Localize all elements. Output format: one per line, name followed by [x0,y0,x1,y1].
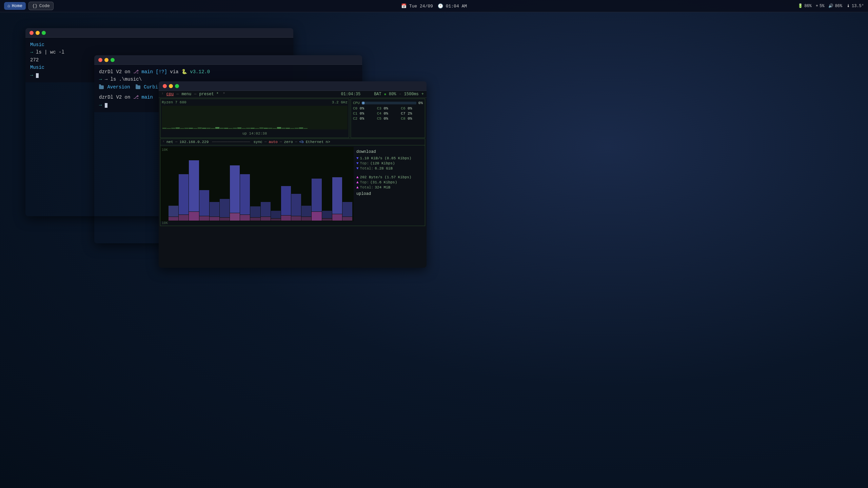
btop-plus: + [421,92,424,97]
btop-bat-pct: 80% [389,92,396,97]
btop-minimize-dot[interactable] [169,84,173,88]
btop-net-ip: 192.168.0.229 [179,140,209,144]
close-dot[interactable] [29,31,34,35]
music-terminal-titlebar [25,28,293,38]
dzrdl-cursor [105,103,107,108]
temp-icon: 🌡 [846,3,850,8]
core-c2-pct: 0% [360,117,364,121]
net-dl-18 [342,202,352,217]
cpu-bar-5 [180,128,184,129]
cpu-bar-6 [184,128,189,129]
net-col-10 [261,147,271,221]
calendar-icon: 📅 [401,4,407,9]
home-icon: ⌂ [7,3,10,8]
cpu-bar-7 [189,128,193,129]
dzrdl-maximize-dot[interactable] [111,58,115,62]
btop-bat-label: BAT [374,92,381,97]
btop-preset[interactable]: preset * [199,92,219,97]
minimize-dot[interactable] [36,31,40,35]
btop-header: ¹ cpu ─ menu ─ preset * * 01:04:35 BAT ■… [159,91,427,98]
btop-ul-speed: 202 Byte/s (1.57 Kibps) [360,175,412,179]
btop-net-graph-container: 10K [160,147,354,226]
net-ul-10 [261,217,271,221]
btop-dl-top: (120 Kibps) [370,161,395,165]
battery-pct: 86% [804,4,812,8]
net-col-17 [332,147,342,221]
net-dl-17 [332,177,342,214]
btop-ul-total-arrow: ▲ [356,185,359,189]
net-ul-15 [312,212,321,221]
core-c7-pct: 2% [408,111,412,116]
net-ul-12 [281,216,291,221]
brightness-display: ☀ 5% [816,3,825,8]
dzrdl-git-icon2: ⎇ [133,95,141,100]
cpu-bar-31 [295,128,299,129]
net-dl-2 [179,174,189,215]
net-dl-11 [271,211,281,218]
net-ul-14 [301,217,311,221]
btop-dl-total-row: ▼ Total: 6.28 GiB [356,166,422,170]
btop-ul-top-row: ▲ Top: (31.6 Kibps) [356,180,422,184]
dzrdl-text1: dzrDl V2 on [99,69,133,75]
cpu-bar-4 [176,127,180,129]
music-dir-text2: Music [30,65,44,70]
music-output1: 272 [30,57,39,63]
net-dl-14 [301,206,311,217]
music-prompt2: → [30,73,33,78]
btop-net-sep5: ─ [295,140,297,144]
dzrdl-close-dot[interactable] [98,58,102,62]
folder-label-1: Aversion [107,84,130,90]
btop-net-sep1: ─ [175,140,178,144]
btop-net-spacer [356,171,422,174]
maximize-dot[interactable] [42,31,46,35]
net-col-18 [342,147,352,221]
btop-sep3: * [223,92,225,97]
btop-cpu-bar [362,102,416,104]
net-col-15 [312,147,321,221]
btop-net-tab[interactable]: net [166,140,173,144]
btop-cores-grid: C0 0% C3 0% C6 0% C1 0% C4 0% C7 2% C2 0… [353,106,423,121]
net-ul-17 [332,214,342,221]
dzrdl-minimize-dot[interactable] [104,58,108,62]
btop-dl-total: 6.28 GiB [375,166,393,170]
code-label: Code [39,3,50,8]
btop-net-auto[interactable]: auto [269,140,278,144]
music-dir-text1: Music [30,42,44,47]
battery-display: 🔋 86% [798,3,812,8]
btop-dl-top-arrow: ▼ [356,161,359,165]
core-c3: C3 0% [377,106,399,110]
code-button[interactable]: {} Code [28,2,54,10]
net-ul-16 [322,219,332,221]
btop-tab-cpu[interactable]: cpu [166,92,174,97]
cpu-bar-23 [259,127,263,129]
btop-cpu-graph-area: Ryzen 7 680 3.2 GHz [160,99,349,138]
btop-menu[interactable]: menu [181,92,191,97]
net-dl-10 [261,202,271,217]
folder-icon-2 [136,85,140,89]
btop-ul-total-label: Total: [360,185,374,189]
core-c6: C6 0% [401,106,423,110]
btop-dl-speed: 1.10 KiB/s (8.85 Kibps) [360,156,412,160]
net-dl-1 [169,206,178,217]
net-dl-16 [322,211,332,218]
btop-net-sync: sync [253,140,262,144]
core-c8-pct: 0% [408,117,412,121]
btop-cpu-fill [362,102,364,104]
btop-maximize-dot[interactable] [175,84,179,88]
brightness-icon: ☀ [816,3,818,8]
btop-net-dir: n> [326,140,330,144]
cpu-bar-33 [303,128,308,129]
btop-net-sep2: ───────────────── [212,140,250,144]
time-display: 🕐 01:04 AM [438,3,467,9]
home-button[interactable]: ⌂ Home [4,2,26,10]
btop-close-dot[interactable] [163,84,167,88]
dzrdl-branch1: main [!?] [141,69,167,75]
cpu-bar-27 [277,127,281,129]
btop-cpu-section: Ryzen 7 680 3.2 GHz [160,99,425,138]
btop-cpu-progress [362,101,416,105]
btop-ul-total: 324 MiB [375,185,390,189]
folder-label-2: Curbi [144,84,158,90]
cpu-bar-26 [273,128,277,129]
dzrdl-branch2: main [141,95,153,100]
btop-sep1: ─ [176,92,179,97]
